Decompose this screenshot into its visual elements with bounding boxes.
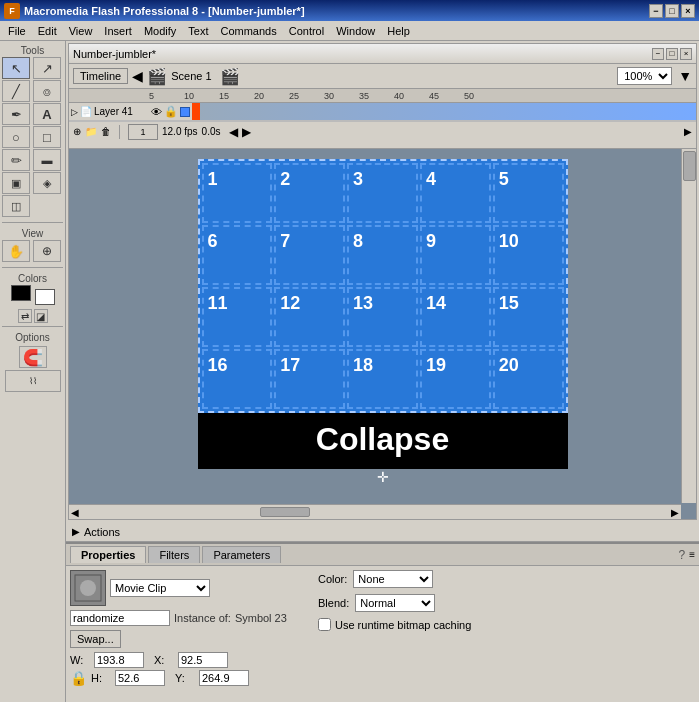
menu-view[interactable]: View xyxy=(63,23,99,39)
actions-expand-icon[interactable]: ▶ xyxy=(72,526,80,537)
props-help-btn[interactable]: ? xyxy=(678,548,685,562)
maximize-button[interactable]: □ xyxy=(665,4,679,18)
grid-cell-20[interactable]: 20 xyxy=(493,349,564,409)
menu-text[interactable]: Text xyxy=(182,23,214,39)
h-input[interactable] xyxy=(115,670,165,686)
zoom-dropdown-icon[interactable]: ▼ xyxy=(678,68,692,84)
right-scrollbar-thumb[interactable] xyxy=(683,151,696,181)
menu-file[interactable]: File xyxy=(2,23,32,39)
layer-outline-btn[interactable] xyxy=(180,107,190,117)
grid-cell-3[interactable]: 3 xyxy=(347,163,418,223)
color-select[interactable]: None xyxy=(353,570,433,588)
play-btn[interactable]: ◀ xyxy=(229,125,238,139)
swap-button[interactable]: Swap... xyxy=(70,630,121,648)
grid-cell-8[interactable]: 8 xyxy=(347,225,418,285)
grid-cell-10[interactable]: 10 xyxy=(493,225,564,285)
tool-fill[interactable]: ▣ xyxy=(2,172,30,194)
grid-cell-17[interactable]: 17 xyxy=(274,349,345,409)
close-button[interactable]: × xyxy=(681,4,695,18)
default-colors-btn[interactable]: ◪ xyxy=(34,309,48,323)
canvas-scrollbar-right[interactable] xyxy=(681,149,696,503)
playhead[interactable] xyxy=(192,103,200,120)
grid-cell-9[interactable]: 9 xyxy=(420,225,491,285)
timeline-button[interactable]: Timeline xyxy=(73,68,128,84)
minimize-button[interactable]: − xyxy=(649,4,663,18)
frame-input[interactable]: 1 xyxy=(128,124,158,140)
frame-nav-right[interactable]: ▶ xyxy=(684,126,692,137)
doc-close-btn[interactable]: × xyxy=(680,48,692,60)
tool-line[interactable]: ╱ xyxy=(2,80,30,102)
grid-cell-15[interactable]: 15 xyxy=(493,287,564,347)
w-input[interactable] xyxy=(94,652,144,668)
menu-insert[interactable]: Insert xyxy=(98,23,138,39)
stop-btn[interactable]: ▶ xyxy=(242,125,251,139)
scroll-left-btn[interactable]: ◀ xyxy=(71,507,79,518)
tool-arrow[interactable]: ↖ xyxy=(2,57,30,79)
tool-eraser[interactable]: ◫ xyxy=(2,195,30,217)
tool-pencil[interactable]: ✏ xyxy=(2,149,30,171)
lock-icon[interactable]: 🔒 xyxy=(70,670,87,686)
option-magnet[interactable]: 🧲 xyxy=(19,346,47,368)
tool-text[interactable]: A xyxy=(33,103,61,125)
grid-cell-14[interactable]: 14 xyxy=(420,287,491,347)
tool-lasso[interactable]: ⌾ xyxy=(33,80,61,102)
grid-cell-2[interactable]: 2 xyxy=(274,163,345,223)
grid-cell-12[interactable]: 12 xyxy=(274,287,345,347)
tool-oval[interactable]: ○ xyxy=(2,126,30,148)
menu-control[interactable]: Control xyxy=(283,23,330,39)
swap-colors-btn[interactable]: ⇄ xyxy=(18,309,32,323)
menu-help[interactable]: Help xyxy=(381,23,416,39)
layer-visible-btn[interactable]: 👁 xyxy=(151,106,162,118)
delete-layer-btn[interactable]: 🗑 xyxy=(101,126,111,137)
menu-modify[interactable]: Modify xyxy=(138,23,182,39)
layer-expand-icon[interactable]: ▷ xyxy=(71,107,78,117)
tab-parameters[interactable]: Parameters xyxy=(202,546,281,563)
fill-color-box[interactable] xyxy=(35,289,55,305)
tool-eyedrop[interactable]: ◈ xyxy=(33,172,61,194)
canvas-area[interactable]: 1 2 3 4 5 6 7 8 9 10 11 12 13 14 xyxy=(69,149,696,519)
canvas-scrollbar-bottom[interactable]: ◀ ▶ xyxy=(69,504,681,519)
add-folder-btn[interactable]: 📁 xyxy=(85,126,97,137)
x-input[interactable] xyxy=(178,652,228,668)
tab-properties[interactable]: Properties xyxy=(70,546,146,563)
grid-cell-6[interactable]: 6 xyxy=(202,225,273,285)
y-input[interactable] xyxy=(199,670,249,686)
timeline-nav-left[interactable]: ◀ xyxy=(132,68,143,84)
menu-commands[interactable]: Commands xyxy=(214,23,282,39)
scroll-right-btn[interactable]: ▶ xyxy=(671,507,679,518)
blend-select[interactable]: Normal xyxy=(355,594,435,612)
bottom-scrollbar-thumb[interactable] xyxy=(260,507,310,517)
option-smooth[interactable]: ⌇⌇ xyxy=(5,370,61,392)
menu-edit[interactable]: Edit xyxy=(32,23,63,39)
type-select[interactable]: Movie Clip xyxy=(110,579,210,597)
tool-subselect[interactable]: ↗ xyxy=(33,57,61,79)
tool-zoom[interactable]: ⊕ xyxy=(33,240,61,262)
add-layer-btn[interactable]: ⊕ xyxy=(73,126,81,137)
grid-cell-7[interactable]: 7 xyxy=(274,225,345,285)
instance-name-input[interactable] xyxy=(70,610,170,626)
grid-cell-16[interactable]: 16 xyxy=(202,349,273,409)
grid-cell-1[interactable]: 1 xyxy=(202,163,273,223)
tool-brush[interactable]: ▬ xyxy=(33,149,61,171)
grid-cell-19[interactable]: 19 xyxy=(420,349,491,409)
tab-filters[interactable]: Filters xyxy=(148,546,200,563)
bitmap-cache-checkbox[interactable] xyxy=(318,618,331,631)
props-options-icon[interactable]: ≡ xyxy=(689,549,695,560)
tool-rect[interactable]: □ xyxy=(33,126,61,148)
tool-hand[interactable]: ✋ xyxy=(2,240,30,262)
grid-cell-5[interactable]: 5 xyxy=(493,163,564,223)
zoom-select[interactable]: 100% xyxy=(617,67,672,85)
layer-lock-btn[interactable]: 🔒 xyxy=(164,105,178,118)
grid-cell-13[interactable]: 13 xyxy=(347,287,418,347)
doc-restore-btn[interactable]: □ xyxy=(666,48,678,60)
grid-cell-18[interactable]: 18 xyxy=(347,349,418,409)
doc-minimize-btn[interactable]: − xyxy=(652,48,664,60)
tool-pen[interactable]: ✒ xyxy=(2,103,30,125)
menu-window[interactable]: Window xyxy=(330,23,381,39)
grid-cell-4[interactable]: 4 xyxy=(420,163,491,223)
timeline-frames[interactable] xyxy=(192,103,696,120)
stroke-color-box[interactable] xyxy=(11,285,31,301)
colors-label: Colors xyxy=(2,273,63,284)
colors-section: ⇄ ◪ xyxy=(2,285,63,323)
grid-cell-11[interactable]: 11 xyxy=(202,287,273,347)
